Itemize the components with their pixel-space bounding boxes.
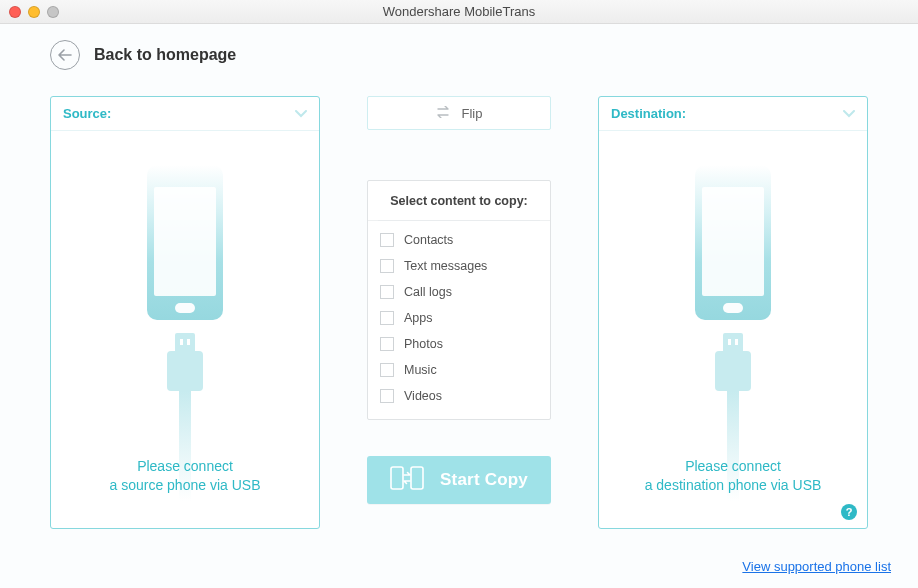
chevron-down-icon (295, 110, 307, 118)
back-arrow-icon (50, 40, 80, 70)
phone-icon (51, 165, 319, 320)
content-type-label: Videos (404, 389, 442, 403)
source-connect-line2: a source phone via USB (51, 476, 319, 495)
content-type-photos[interactable]: Photos (380, 337, 538, 351)
content-type-label: Call logs (404, 285, 452, 299)
svg-rect-1 (411, 467, 423, 489)
content-type-call-logs[interactable]: Call logs (380, 285, 538, 299)
destination-connect-message: Please connect a destination phone via U… (599, 457, 867, 495)
content-type-contacts[interactable]: Contacts (380, 233, 538, 247)
window-title: Wondershare MobileTrans (0, 4, 918, 19)
content-type-text-messages[interactable]: Text messages (380, 259, 538, 273)
content-type-label: Apps (404, 311, 433, 325)
select-content-panel: Select content to copy: Contacts Text me… (367, 180, 551, 420)
content-type-music[interactable]: Music (380, 363, 538, 377)
destination-dropdown[interactable]: Destination: (599, 97, 867, 131)
content-type-label: Text messages (404, 259, 487, 273)
source-panel: Source: Please connect a source phone vi… (50, 96, 320, 529)
content-type-label: Contacts (404, 233, 453, 247)
destination-connect-line2: a destination phone via USB (599, 476, 867, 495)
content-type-videos[interactable]: Videos (380, 389, 538, 403)
titlebar: Wondershare MobileTrans (0, 0, 918, 24)
checkbox-icon (380, 285, 394, 299)
app-content: Back to homepage Source: Ple (0, 24, 918, 588)
help-button[interactable]: ? (841, 504, 857, 520)
phone-icon (599, 165, 867, 320)
svg-rect-0 (391, 467, 403, 489)
flip-button[interactable]: Flip (367, 96, 551, 130)
select-content-header: Select content to copy: (368, 181, 550, 221)
content-type-list: Contacts Text messages Call logs Apps Ph… (368, 221, 550, 419)
phone-transfer-icon (390, 466, 424, 494)
destination-header-label: Destination: (611, 106, 686, 121)
destination-panel: Destination: Please connect a destinatio… (598, 96, 868, 529)
content-type-label: Music (404, 363, 437, 377)
chevron-down-icon (843, 110, 855, 118)
content-type-apps[interactable]: Apps (380, 311, 538, 325)
source-dropdown[interactable]: Source: (51, 97, 319, 131)
back-to-homepage-button[interactable]: Back to homepage (50, 40, 236, 70)
checkbox-icon (380, 311, 394, 325)
checkbox-icon (380, 337, 394, 351)
destination-connect-line1: Please connect (599, 457, 867, 476)
swap-icon (436, 106, 452, 121)
checkbox-icon (380, 389, 394, 403)
flip-label: Flip (462, 106, 483, 121)
middle-column: Flip Select content to copy: Contacts Te… (367, 96, 551, 530)
source-connect-message: Please connect a source phone via USB (51, 457, 319, 495)
checkbox-icon (380, 233, 394, 247)
source-header-label: Source: (63, 106, 111, 121)
checkbox-icon (380, 363, 394, 377)
back-label: Back to homepage (94, 46, 236, 64)
checkbox-icon (380, 259, 394, 273)
start-copy-label: Start Copy (440, 470, 528, 490)
start-copy-button[interactable]: Start Copy (367, 456, 551, 504)
content-type-label: Photos (404, 337, 443, 351)
source-connect-line1: Please connect (51, 457, 319, 476)
supported-phone-list-link[interactable]: View supported phone list (742, 559, 891, 574)
